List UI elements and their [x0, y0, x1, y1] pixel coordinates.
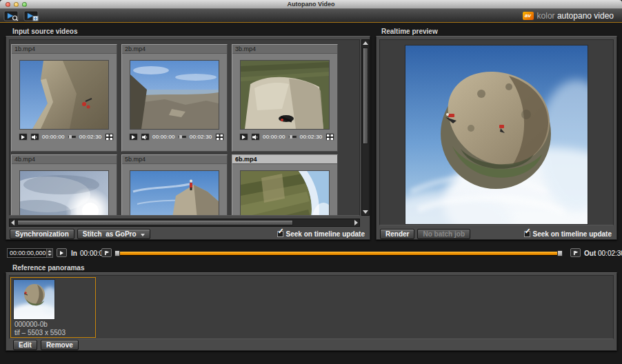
volume-slider[interactable]	[68, 135, 77, 139]
video-end-time: 00:02:30	[190, 134, 212, 140]
out-label: Out	[584, 250, 596, 257]
play-button[interactable]	[129, 133, 138, 141]
vertical-scrollbar-thumb[interactable]	[363, 48, 368, 144]
reference-panel-footer: Edit Remove	[13, 340, 79, 350]
import-video-button[interactable]	[23, 10, 41, 21]
video-cell-3b[interactable]: 3b.mp4 00:00:00 00:02:30	[232, 44, 338, 152]
in-label: In	[71, 250, 77, 257]
seek-timeline-checkbox[interactable]: ✓ Seek on timeline update	[277, 230, 365, 238]
preview-viewport	[379, 39, 614, 225]
vertical-scrollbar[interactable]	[361, 39, 370, 216]
play-icon	[60, 251, 63, 255]
fullscreen-icon	[327, 132, 333, 142]
preview-panorama-image[interactable]	[405, 46, 588, 224]
timeline-range-bar[interactable]	[117, 252, 559, 255]
toolbar: av kolor autopano video	[0, 9, 622, 23]
video-cell-6b[interactable]: 6b.mp4	[232, 154, 338, 216]
volume-slider[interactable]	[178, 135, 187, 139]
timecode-stepper[interactable]	[46, 249, 52, 257]
scroll-right-icon[interactable]	[354, 220, 358, 225]
video-thumbnail	[20, 171, 108, 216]
out-flag-icon	[573, 247, 579, 258]
reference-panorama-card[interactable]: 000000-0b tif – 5503 x 5503	[10, 277, 96, 338]
timeline-out-handle[interactable]	[557, 250, 563, 256]
play-icon	[21, 135, 25, 139]
fullscreen-icon	[106, 132, 112, 142]
fullscreen-button[interactable]	[325, 133, 334, 141]
video-cell-1b[interactable]: 1b.mp4 00:00:00 00:02:30	[11, 44, 117, 152]
play-icon	[242, 135, 245, 139]
play-button[interactable]	[239, 133, 248, 141]
check-icon: ✓	[525, 227, 531, 236]
chevron-down-icon	[141, 234, 145, 236]
set-out-point-button[interactable]	[570, 248, 581, 257]
video-filename: 4b.mp4	[12, 155, 117, 164]
edit-button[interactable]: Edit	[13, 340, 37, 350]
video-cell-5b[interactable]: 5b.mp4	[121, 154, 228, 216]
video-cell-2b[interactable]: 2b.mp4 00:00:00 00:02:30	[121, 44, 228, 152]
brand-logo: av kolor autopano video	[523, 9, 614, 22]
brand-kolor: kolor	[537, 11, 555, 21]
seek-timeline-checkbox-preview[interactable]: ✓ Seek on timeline update	[524, 230, 612, 238]
checkbox-label: Seek on timeline update	[533, 230, 612, 238]
scroll-left-icon[interactable]	[11, 220, 14, 225]
preview-panel-footer: Render No batch job ✓ Seek on timeline u…	[380, 228, 612, 239]
timeline-playhead[interactable]	[114, 250, 120, 256]
check-icon: ✓	[278, 227, 284, 236]
speaker-icon	[252, 132, 259, 142]
reference-format: tif – 5503 x 5503	[14, 329, 66, 336]
video-end-time: 00:02:30	[79, 134, 102, 140]
scroll-up-icon[interactable]	[363, 41, 368, 45]
step-up-icon[interactable]	[48, 250, 52, 252]
batch-job-button: No batch job	[417, 229, 470, 239]
video-start-time: 00:00:00	[152, 134, 175, 140]
input-source-panel: 1b.mp4 00:00:00 00:02:30 2b.mp4	[6, 36, 370, 240]
timeline-track[interactable]	[115, 251, 565, 257]
video-filename: 5b.mp4	[122, 155, 227, 164]
step-down-icon[interactable]	[48, 254, 52, 256]
video-thumbnail	[130, 171, 219, 216]
stitch-button[interactable]: Stitch as GoPro	[77, 229, 150, 239]
checkbox-box: ✓	[524, 231, 530, 237]
speaker-icon	[32, 132, 38, 142]
checkbox-label: Seek on timeline update	[286, 230, 365, 238]
timecode-value: 00:00:00,000	[10, 250, 46, 256]
video-filename: 3b.mp4	[232, 45, 337, 54]
remove-button[interactable]: Remove	[41, 340, 79, 350]
reference-thumbnail	[14, 280, 54, 319]
scroll-down-icon[interactable]	[363, 210, 368, 214]
mute-button[interactable]	[251, 133, 260, 141]
video-start-time: 00:00:00	[42, 134, 65, 140]
video-cell-4b[interactable]: 4b.mp4	[11, 154, 117, 216]
mute-button[interactable]	[30, 133, 39, 141]
stitch-label: Stitch	[83, 230, 102, 238]
reference-panel-title: Reference panoramas	[12, 264, 85, 272]
video-end-time: 00:02:30	[300, 134, 323, 140]
preview-panel-title: Realtime preview	[381, 28, 438, 35]
open-videos-button[interactable]	[3, 10, 21, 21]
render-button[interactable]: Render	[380, 229, 414, 239]
fullscreen-button[interactable]	[215, 133, 224, 141]
play-button[interactable]	[19, 133, 28, 141]
video-thumbnail	[20, 61, 108, 129]
timecode-input[interactable]: 00:00:00,000	[7, 248, 53, 258]
fullscreen-icon	[217, 132, 223, 142]
mute-button[interactable]	[141, 133, 150, 141]
video-filename: 2b.mp4	[122, 45, 227, 54]
volume-slider-nub	[290, 135, 292, 139]
video-filename: 6b.mp4	[232, 155, 337, 164]
out-time: 00:02:30	[598, 250, 622, 257]
fullscreen-button[interactable]	[105, 133, 114, 141]
timeline-play-button[interactable]	[57, 248, 67, 257]
video-controls: 00:00:00 00:02:30	[19, 133, 112, 141]
reference-panoramas-panel: 000000-0b tif – 5503 x 5503 Edit Remove	[6, 272, 617, 351]
horizontal-scrollbar-thumb[interactable]	[17, 220, 293, 225]
input-panel-footer: Synchronization Stitch as GoPro ✓ Seek o…	[10, 228, 365, 239]
volume-slider[interactable]	[288, 135, 297, 139]
kolor-badge-icon: av	[523, 12, 534, 20]
synchronization-button[interactable]: Synchronization	[10, 229, 74, 239]
set-in-point-button[interactable]	[101, 248, 112, 257]
input-panel-title: Input source videos	[12, 28, 77, 35]
horizontal-scrollbar[interactable]	[9, 219, 360, 227]
play-icon	[132, 135, 135, 139]
